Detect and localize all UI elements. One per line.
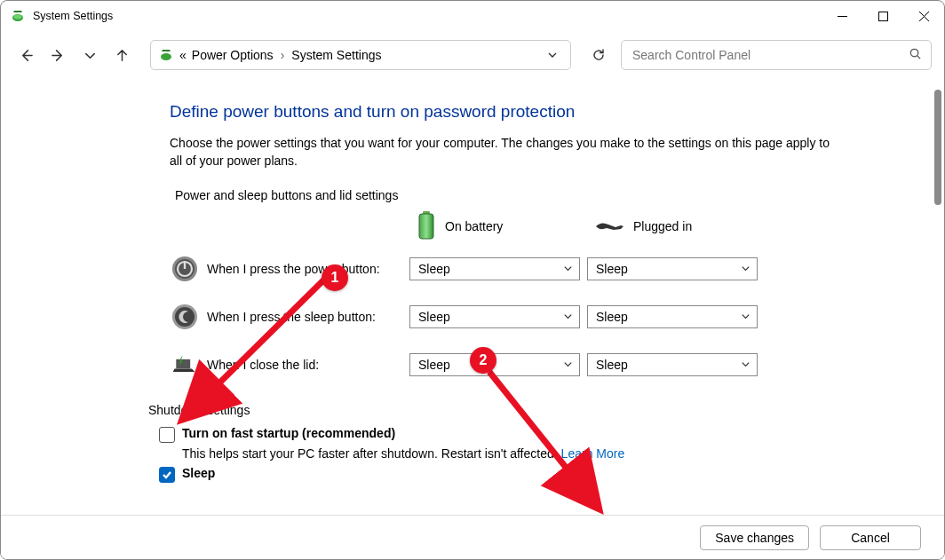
power-button-label: When I press the power button: [207,262,380,276]
titlebar: System Settings [1,1,944,31]
sleep-button-label: When I press the sleep button: [207,310,376,324]
section-power-buttons-label: Power and sleep buttons and lid settings [175,188,896,202]
toolbar: « Power Options › System Settings [1,31,944,79]
vertical-scrollbar[interactable] [932,79,943,515]
fast-startup-checkbox[interactable] [159,427,175,443]
learn-more-link[interactable]: Learn More [561,446,625,461]
address-bar-icon [158,47,174,63]
moon-icon [171,304,198,330]
svg-point-7 [910,49,917,56]
annotation-badge-1: 1 [322,264,348,291]
breadcrumb-item-2[interactable]: System Settings [291,48,381,62]
window: System Settings « Power Options › System… [0,0,945,560]
up-button[interactable] [109,43,134,67]
history-dropdown[interactable] [77,43,102,67]
sleep-battery-combo[interactable]: Sleep [409,305,580,328]
chevron-right-icon: › [279,48,287,62]
power-icon [171,256,198,282]
page-description: Choose the power settings that you want … [170,134,845,170]
svg-rect-3 [878,12,887,20]
breadcrumb-prefix: « [179,48,187,62]
svg-point-6 [161,53,171,60]
search-input[interactable] [631,47,909,63]
fast-startup-desc: This helps start your PC faster after sh… [148,445,896,461]
sleep-option-label: Sleep [182,466,215,480]
fast-startup-label: Turn on fast startup (recommended) [182,426,395,440]
lid-plugged-combo[interactable]: Sleep [587,353,758,376]
lid-row: When I close the lid: Sleep Sleep [170,341,896,389]
forward-button[interactable] [45,43,70,67]
minimize-button[interactable] [822,1,862,31]
save-button[interactable]: Save changes [700,525,809,550]
bottom-bar: Save changes Cancel [1,515,944,559]
svg-point-16 [175,307,195,327]
power-table: On battery Plugged in [170,208,896,389]
cancel-button[interactable]: Cancel [820,525,921,550]
lid-label: When I close the lid: [207,358,319,372]
svg-line-8 [917,56,920,59]
shutdown-settings-label: Shutdown settings [148,403,896,417]
column-plugged-label: Plugged in [633,219,692,233]
window-controls [822,1,944,31]
content-area: Define power buttons and turn on passwor… [1,79,944,515]
plug-icon [594,218,624,234]
window-title: System Settings [33,10,113,22]
back-button[interactable] [13,43,38,67]
sleep-button-row: When I press the sleep button: Sleep Sle… [170,293,896,341]
page-title: Define power buttons and turn on passwor… [170,102,896,122]
battery-icon [417,211,436,241]
svg-point-1 [14,14,22,19]
shutdown-section: Turn on fast startup (recommended) This … [148,422,896,485]
laptop-lid-icon [171,351,198,378]
breadcrumb-item-1[interactable]: Power Options [192,48,274,62]
sleep-checkbox[interactable] [159,467,175,483]
search-bar[interactable] [621,40,932,70]
power-button-row: When I press the power button: Sleep Sle… [170,245,896,293]
refresh-button[interactable] [584,40,614,70]
power-plugged-combo[interactable]: Sleep [587,257,758,280]
maximize-button[interactable] [862,1,903,31]
app-icon [10,8,26,24]
svg-rect-10 [419,214,433,239]
scrollbar-thumb[interactable] [934,90,941,205]
address-dropdown[interactable] [542,44,563,66]
power-battery-combo[interactable]: Sleep [409,257,580,280]
sleep-plugged-combo[interactable]: Sleep [587,305,758,328]
address-bar[interactable]: « Power Options › System Settings [150,40,571,70]
column-battery-label: On battery [445,219,503,233]
annotation-badge-2: 2 [470,347,496,374]
close-button[interactable] [903,1,944,31]
search-icon[interactable] [909,47,922,63]
